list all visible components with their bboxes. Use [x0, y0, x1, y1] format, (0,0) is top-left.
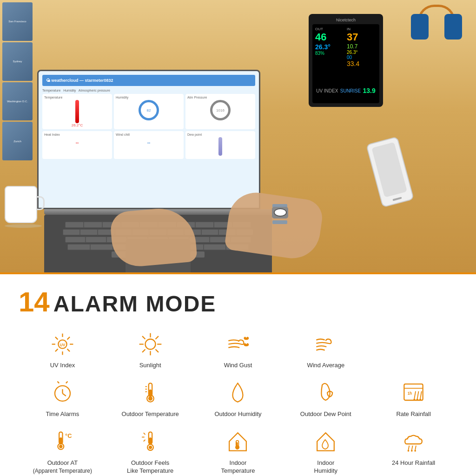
wind-average-icon	[312, 330, 340, 358]
icon-item-uv-index: UV UV Index	[19, 330, 106, 370]
headphones	[411, 5, 462, 46]
svg-line-49	[144, 433, 145, 435]
svg-point-37	[414, 399, 416, 401]
wind-gust-icon	[224, 330, 252, 358]
svg-line-15	[142, 336, 145, 339]
svg-rect-42	[60, 438, 62, 444]
svg-line-56	[412, 446, 413, 450]
outdoor-dew-point-icon	[312, 379, 340, 407]
weather-station: Nicetctech OUT 46 26.3° 83% IN 37 10.7 2…	[309, 14, 383, 107]
time-alarms-label: Time Alarms	[46, 410, 79, 418]
icon-item-wind-gust: Wind Gust	[194, 330, 282, 370]
svg-line-21	[62, 394, 66, 397]
svg-line-8	[67, 337, 70, 339]
outdoor-feels-like-label: Outdoor FeelsLike Temperature	[127, 459, 173, 475]
photo-section: San Francisco Sydney Washington D.C. Zur…	[0, 0, 476, 274]
outdoor-at-label: Outdoor AT(Apparent Temperature)	[33, 459, 92, 475]
icon-item-indoor-humidity: IndoorHumidity	[282, 428, 370, 475]
sunlight-label: Sunlight	[139, 362, 161, 370]
svg-point-58	[408, 450, 410, 452]
svg-point-10	[145, 339, 155, 349]
svg-point-60	[414, 450, 416, 452]
icon-item-outdoor-humidity: Outdoor Humidity	[194, 379, 282, 418]
svg-line-35	[417, 391, 419, 399]
svg-line-22	[57, 382, 59, 383]
24h-rainfall-icon	[400, 428, 428, 456]
svg-point-38	[416, 399, 418, 401]
svg-line-34	[414, 391, 416, 399]
icon-item-outdoor-at: °C Outdoor AT(Apparent Temperature)	[19, 428, 106, 475]
icon-item-outdoor-feels-like: Outdoor FeelsLike Temperature	[106, 428, 194, 475]
hands	[102, 172, 335, 274]
alarm-mode-text: ALARM MODE	[53, 293, 217, 315]
sunlight-icon	[136, 330, 164, 358]
info-section: 14 ALARM MODE UV UV Index	[0, 274, 476, 476]
uv-index-icon: UV	[48, 330, 76, 358]
svg-line-9	[55, 349, 58, 351]
svg-line-16	[155, 349, 158, 352]
icon-item-time-alarms: Time Alarms	[19, 379, 106, 418]
icon-item-outdoor-temperature: Outdoor Temperature	[106, 379, 194, 418]
svg-rect-26	[149, 390, 151, 397]
icon-item-outdoor-dew-point: Outdoor Dew Point	[282, 379, 370, 418]
rate-rainfall-label: Rate Rainfall	[396, 410, 430, 418]
uv-index-label: UV Index	[50, 362, 75, 370]
wind-gust-label: Wind Gust	[224, 362, 252, 370]
indoor-temperature-label: IndoorTemperature	[221, 459, 255, 475]
svg-point-27	[148, 397, 152, 401]
svg-line-7	[67, 349, 70, 351]
rate-rainfall-icon: 1h	[400, 379, 428, 407]
indoor-humidity-icon	[312, 428, 340, 456]
indoor-temperature-icon	[224, 428, 252, 456]
icon-item-24h-rainfall: 24 Hour Rainfall	[370, 428, 457, 475]
time-alarms-icon	[48, 379, 76, 407]
outdoor-feels-like-icon	[136, 428, 164, 456]
svg-line-55	[409, 446, 410, 450]
svg-rect-47	[149, 438, 151, 444]
svg-line-6	[55, 337, 58, 339]
icon-item-rate-rainfall: 1h Rate Rainfall	[370, 379, 457, 418]
alarm-number: 14	[19, 288, 50, 316]
outdoor-humidity-label: Outdoor Humidity	[214, 410, 261, 418]
icon-item-wind-average: Wind Average	[282, 330, 370, 370]
svg-point-43	[59, 445, 62, 448]
svg-text:1h: 1h	[408, 391, 412, 396]
svg-point-48	[149, 446, 152, 449]
indoor-humidity-label: IndoorHumidity	[314, 459, 338, 475]
svg-point-39	[419, 399, 421, 401]
svg-text:°C: °C	[65, 432, 72, 439]
coffee-mug	[5, 186, 42, 228]
icon-item-sunlight: Sunlight	[106, 330, 194, 370]
icon-item-indoor-temperature: IndoorTemperature	[194, 428, 282, 475]
wall-art: San Francisco Sydney Washington D.C. Zur…	[2, 2, 33, 160]
outdoor-temperature-icon	[136, 379, 164, 407]
svg-line-18	[142, 349, 145, 352]
svg-line-17	[155, 336, 158, 339]
svg-line-57	[415, 446, 416, 450]
svg-line-23	[66, 382, 68, 383]
outdoor-humidity-icon	[224, 379, 252, 407]
alarm-modes-grid: UV UV Index	[19, 330, 457, 475]
outdoor-at-icon: °C	[48, 428, 76, 456]
svg-point-59	[411, 450, 413, 452]
svg-text:UV: UV	[60, 343, 66, 347]
outdoor-dew-point-label: Outdoor Dew Point	[300, 410, 351, 418]
alarm-title-row: 14 ALARM MODE	[19, 288, 457, 316]
svg-line-36	[420, 391, 422, 399]
icon-item-placeholder	[370, 330, 457, 370]
svg-line-51	[144, 440, 145, 442]
wind-average-label: Wind Average	[307, 362, 344, 370]
24h-rainfall-label: 24 Hour Rainfall	[392, 459, 435, 467]
outdoor-temperature-label: Outdoor Temperature	[122, 410, 179, 418]
svg-rect-54	[237, 443, 238, 447]
